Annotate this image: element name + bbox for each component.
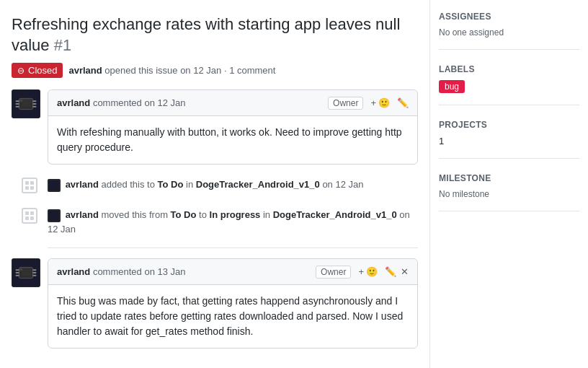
comment-header-1: avrland commented on 12 Jan Owner + 🙂 ✏️ [48, 90, 417, 116]
comment-author-2: avrland [57, 266, 90, 277]
event-action-1: added this to [102, 179, 158, 190]
sidebar-projects: Projects 1 [439, 120, 579, 159]
board-icon-2 [22, 208, 37, 224]
event-to-2: to [199, 209, 209, 220]
labels-title: Labels [439, 64, 579, 74]
edit-icon-2[interactable]: ✏️ [385, 266, 396, 277]
milestone-title: Milestone [439, 173, 579, 183]
comment-block-2: avrland commented on 13 Jan Owner + 🙂 ✏️ [12, 258, 418, 349]
event-bold1-1: To Do [158, 179, 184, 190]
reaction-button-1[interactable]: + 🙂 [368, 96, 393, 110]
comment-header-right-1: Owner + 🙂 ✏️ [328, 96, 409, 110]
svg-rect-21 [33, 272, 37, 273]
sidebar: Assignees No one assigned Labels bug Pro… [429, 0, 588, 368]
comment-body-2: This bug was made by fact, that getting … [48, 285, 417, 348]
assignees-none: No one assigned [439, 27, 579, 38]
reaction-button-2[interactable]: + 🙂 [355, 265, 380, 279]
owner-badge-2: Owner [316, 266, 351, 279]
sidebar-labels: Labels bug [439, 64, 579, 105]
svg-rect-13 [49, 180, 59, 190]
event-icon-2 [19, 205, 40, 227]
svg-rect-6 [33, 103, 37, 105]
board-icon-1 [22, 178, 37, 193]
event-date-sep-1: on [322, 179, 335, 190]
small-avatar-1 [48, 179, 61, 192]
comment-header-right-2: Owner + 🙂 ✏️ ✕ [316, 265, 409, 279]
avatar-2 [12, 258, 40, 287]
comment-count: 1 comment [229, 65, 275, 76]
svg-rect-5 [33, 100, 37, 102]
plus-icon: + [370, 97, 376, 108]
svg-rect-2 [16, 100, 19, 102]
timeline-event-1: avrland added this to To Do in DogeTrack… [12, 175, 418, 196]
timeline: avrland commented on 12 Jan Owner + 🙂 ✏️ [12, 89, 418, 359]
comment-text-1: With refeshing manually with button, it … [57, 126, 402, 153]
issue-date: 12 Jan [193, 65, 221, 76]
event-date-2: 12 Jan [48, 224, 76, 235]
board-icon-inner-1 [25, 181, 34, 190]
closed-icon: ⊖ [17, 66, 24, 76]
svg-rect-3 [16, 103, 19, 105]
timeline-event-2: avrland moved this from To Do to In prog… [12, 205, 418, 236]
event-text-2: avrland moved this from To Do to In prog… [48, 205, 418, 236]
main-content: Refreshing exchange rates with starting … [0, 0, 429, 368]
projects-count: 1 [439, 136, 579, 146]
issue-meta-row: ⊖ Closed avrland opened this issue on 12… [12, 63, 418, 78]
event-text-1: avrland added this to To Do in DogeTrack… [48, 175, 364, 192]
event-bold3-2: DogeTracker_Android_v1_0 [273, 209, 397, 220]
comment-author-1: avrland [57, 97, 90, 108]
board-icon-inner-2 [25, 211, 34, 220]
comment-header-2: avrland commented on 13 Jan Owner + 🙂 ✏️ [48, 259, 417, 285]
event-bold2-2: In progress [210, 209, 261, 220]
comment-box-1: avrland commented on 12 Jan Owner + 🙂 ✏️ [48, 89, 418, 165]
page-layout: Refreshing exchange rates with starting … [0, 0, 588, 368]
issue-author: avrland [68, 65, 102, 76]
issue-number: #1 [54, 36, 71, 54]
event-bold1-2: To Do [171, 209, 197, 220]
issue-title: Refreshing exchange rates with starting … [12, 14, 418, 56]
status-badge: ⊖ Closed [12, 63, 63, 78]
assignees-title: Assignees [439, 12, 579, 22]
projects-title: Projects [439, 120, 579, 130]
event-author-2: avrland [66, 209, 99, 220]
svg-rect-18 [16, 272, 19, 273]
comment-date-2: 13 Jan [157, 266, 185, 277]
smiley-icon-2: 🙂 [366, 266, 378, 277]
issue-meta-text: avrland opened this issue on 12 Jan · 1 … [68, 65, 275, 76]
meta-opened: opened this issue on [104, 65, 193, 76]
event-prep-1: in [186, 179, 196, 190]
event-date-sep-2: on [399, 209, 409, 220]
close-icon-2[interactable]: ✕ [401, 266, 409, 277]
sidebar-assignees: Assignees No one assigned [439, 12, 579, 50]
svg-rect-4 [16, 106, 19, 108]
event-bold2-1: DogeTracker_Android_v1_0 [196, 179, 320, 190]
comment-header-left-1: avrland commented on 12 Jan [57, 97, 186, 108]
event-action-2: moved this from [102, 209, 171, 220]
svg-rect-14 [49, 211, 59, 221]
milestone-none: No milestone [439, 189, 579, 199]
divider [48, 247, 418, 248]
plus-icon-2: + [358, 266, 364, 277]
commented-label: commented on [93, 97, 158, 108]
event-author-1: avrland [66, 179, 99, 190]
svg-rect-20 [33, 270, 37, 271]
comment-header-left-2: avrland commented on 13 Jan [57, 266, 186, 277]
event-date-1: 12 Jan [335, 179, 363, 190]
svg-rect-19 [16, 275, 19, 276]
small-avatar-2 [48, 209, 61, 222]
comment-date-1: 12 Jan [157, 97, 185, 108]
event-icon-1 [19, 175, 40, 196]
svg-rect-17 [16, 270, 19, 271]
label-badge: bug [439, 80, 465, 93]
comment-text-2: This bug was made by fact, that getting … [57, 295, 403, 337]
svg-rect-22 [33, 275, 37, 276]
comment-block-1: avrland commented on 12 Jan Owner + 🙂 ✏️ [12, 89, 418, 165]
avatar-1 [12, 89, 40, 118]
commented-label-2: commented on [93, 266, 158, 277]
sidebar-milestone: Milestone No milestone [439, 173, 579, 211]
event-prep-2: in [263, 209, 273, 220]
svg-rect-7 [33, 106, 37, 108]
edit-icon-1[interactable]: ✏️ [397, 97, 409, 108]
comment-box-2: avrland commented on 13 Jan Owner + 🙂 ✏️ [48, 258, 418, 349]
smiley-icon: 🙂 [378, 97, 390, 108]
